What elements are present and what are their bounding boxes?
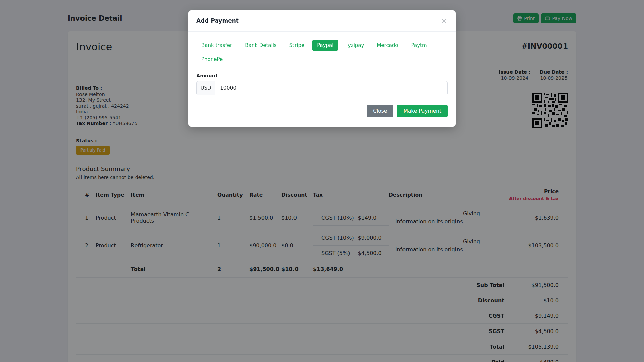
modal-title: Add Payment xyxy=(196,17,239,24)
amount-label: Amount xyxy=(196,73,448,78)
close-icon[interactable] xyxy=(440,17,448,24)
payment-method-tabs: Bank trasfer Bank Details Stripe Paypal … xyxy=(196,40,448,65)
amount-input[interactable] xyxy=(215,81,448,95)
make-payment-button[interactable]: Make Payment xyxy=(397,105,448,117)
tab-stripe[interactable]: Stripe xyxy=(284,40,310,51)
add-payment-modal: Add Payment Bank trasfer Bank Details St… xyxy=(188,10,456,127)
tab-paypal[interactable]: Paypal xyxy=(312,40,338,51)
tab-paytm[interactable]: Paytm xyxy=(406,40,432,51)
currency-addon: USD xyxy=(196,81,215,95)
tab-mercado[interactable]: Mercado xyxy=(372,40,403,51)
tab-bank-details[interactable]: Bank Details xyxy=(240,40,281,51)
cancel-button[interactable]: Close xyxy=(367,105,393,117)
tab-phonepe[interactable]: PhonePe xyxy=(196,54,228,65)
tab-iyzipay[interactable]: Iyzipay xyxy=(341,40,369,51)
tab-bank-transfer[interactable]: Bank trasfer xyxy=(196,40,237,51)
